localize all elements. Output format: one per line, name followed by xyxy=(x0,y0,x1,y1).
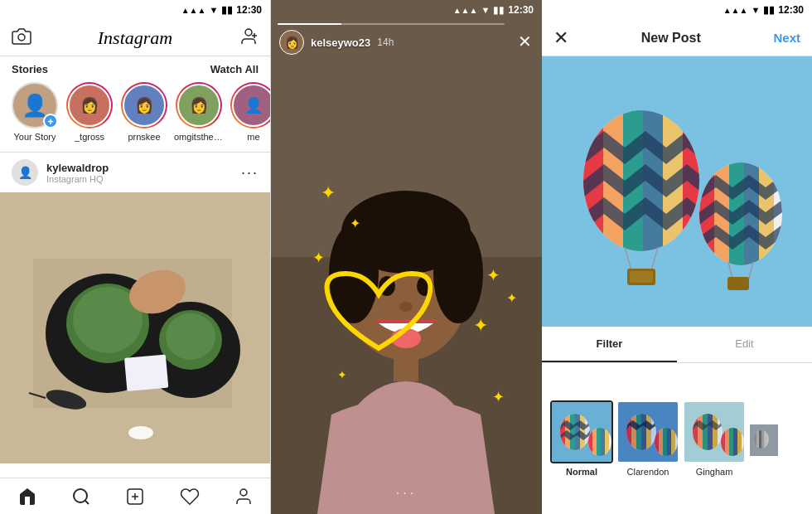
coffee-svg xyxy=(0,192,271,463)
tab-edit[interactable]: Edit xyxy=(677,327,812,362)
balloon-main-svg xyxy=(542,56,812,327)
filter-item-gingham[interactable]: Gingham xyxy=(681,400,747,477)
newpost-header: ✕ New Post Next xyxy=(542,20,812,56)
post-user-info: 👤 kylewaldrop Instagram HQ xyxy=(12,159,109,186)
newpost-status-icons: ▲▲▲ ▼ ▮▮ 12:30 xyxy=(723,4,804,16)
svg-rect-77 xyxy=(601,428,605,456)
newpost-signal-icon: ▲▲▲ xyxy=(723,6,748,15)
feed-status-bar: ▲▲▲ ▼ ▮▮ 12:30 xyxy=(0,0,270,20)
sparkle-7: ✦ xyxy=(337,368,347,381)
story-viewer-panel: ✦ ✦ ✦ ✦ ✦ ✦ ✦ ✦ ▲▲▲ ▼ ▮▮ 12:30 👩 kelseyw… xyxy=(271,0,542,514)
svg-line-21 xyxy=(85,500,89,503)
story-viewer-avatar: 👩 xyxy=(279,30,304,55)
post-more-button[interactable]: ··· xyxy=(241,164,259,182)
nav-heart-button[interactable] xyxy=(173,480,206,513)
newpost-time: 12:30 xyxy=(778,4,804,16)
story-item-omgitstheash[interactable]: 👩 omgitstheash xyxy=(176,82,222,142)
nav-search-button[interactable] xyxy=(65,480,98,513)
filter-thumb-clarendon[interactable] xyxy=(616,400,679,463)
filter-item-normal[interactable]: Normal xyxy=(549,400,615,477)
post-user-avatar[interactable]: 👤 xyxy=(12,159,38,186)
svg-rect-119 xyxy=(759,430,761,449)
svg-rect-121 xyxy=(764,430,766,449)
story-avatar-tgross[interactable]: 👩 xyxy=(66,82,113,128)
filter-thumb-moon[interactable] xyxy=(748,407,780,470)
svg-point-19 xyxy=(128,426,153,439)
svg-rect-69 xyxy=(570,414,575,450)
story-item-your-story[interactable]: 👤 + Your Story xyxy=(12,82,58,142)
story-battery-icon: ▮▮ xyxy=(493,4,505,16)
story-item-me[interactable]: 👤 me xyxy=(230,82,270,142)
filter-thumbnails-row: Normal xyxy=(542,363,812,514)
nav-add-button[interactable] xyxy=(118,480,152,513)
story-close-button[interactable]: ✕ xyxy=(518,32,532,51)
svg-rect-118 xyxy=(756,430,759,449)
story-avatar-me[interactable]: 👤 xyxy=(230,82,270,128)
stories-section: Stories Watch All 👤 + Your Story 👩 _tgr xyxy=(0,56,270,153)
svg-point-0 xyxy=(18,34,25,41)
filter-tabs: Filter Edit xyxy=(542,327,812,363)
story-progress-bar xyxy=(278,23,505,25)
post-user-details: kylewaldrop Instagram HQ xyxy=(46,162,109,184)
newpost-status-bar: ▲▲▲ ▼ ▮▮ 12:30 xyxy=(542,0,812,20)
story-avatar-prnskee[interactable]: 👩 xyxy=(121,82,167,128)
nav-profile-button[interactable] xyxy=(227,480,260,513)
story-more-dots[interactable]: ··· xyxy=(396,486,417,501)
story-avatar-omgitstheash[interactable]: 👩 xyxy=(176,82,222,128)
svg-point-1 xyxy=(245,29,252,36)
your-story-avatar[interactable]: 👤 + xyxy=(12,82,58,128)
camera-button[interactable] xyxy=(12,27,31,50)
newpost-next-button[interactable]: Next xyxy=(773,31,800,45)
story-item-tgross[interactable]: 👩 _tgross xyxy=(66,82,113,142)
svg-point-25 xyxy=(240,489,247,496)
newpost-title: New Post xyxy=(641,31,701,46)
svg-rect-112 xyxy=(684,402,746,463)
bottom-nav xyxy=(0,478,271,514)
sparkle-5: ✦ xyxy=(506,290,517,306)
filter-item-clarendon[interactable]: Clarendon xyxy=(615,400,681,477)
story-status-bar: ▲▲▲ ▼ ▮▮ 12:30 xyxy=(271,0,542,20)
instagram-logo: Instagram xyxy=(98,20,172,56)
newpost-battery-icon: ▮▮ xyxy=(763,4,775,16)
filter-item-moon[interactable] xyxy=(747,407,781,470)
add-user-button[interactable] xyxy=(239,27,259,50)
feed-panel: ▲▲▲ ▼ ▮▮ 12:30 Instagram Sto xyxy=(0,0,271,514)
story-wifi-icon: ▼ xyxy=(481,5,490,15)
svg-rect-95 xyxy=(618,402,679,463)
filter-section: Filter Edit xyxy=(542,327,812,514)
newpost-wifi-icon: ▼ xyxy=(751,5,760,15)
stories-row: 👤 + Your Story 👩 _tgross 👩 xyxy=(0,82,270,148)
svg-point-20 xyxy=(74,489,87,502)
heart-doodle-svg xyxy=(312,257,445,365)
story-name-omgitstheash: omgitstheash xyxy=(174,132,224,142)
svg-rect-75 xyxy=(592,428,597,456)
stories-label: Stories xyxy=(12,63,48,75)
post-username: kylewaldrop xyxy=(46,162,109,174)
sparkle-3: ✦ xyxy=(312,249,325,267)
story-name-me: me xyxy=(247,132,259,142)
tab-filter[interactable]: Filter xyxy=(542,327,677,362)
svg-rect-18 xyxy=(124,355,168,391)
story-item-prnskee[interactable]: 👩 prnskee xyxy=(121,82,167,142)
post-user-subtitle: Instagram HQ xyxy=(46,174,109,184)
post-image xyxy=(0,192,271,463)
newpost-image xyxy=(542,56,812,327)
new-post-panel: ▲▲▲ ▼ ▮▮ 12:30 ✕ New Post Next xyxy=(542,0,812,514)
sparkle-2: ✦ xyxy=(350,216,360,231)
filter-thumb-normal[interactable] xyxy=(550,400,613,463)
sparkle-8: ✦ xyxy=(492,388,505,406)
filter-label-normal: Normal xyxy=(566,467,597,477)
filter-label-clarendon: Clarendon xyxy=(627,467,669,477)
sparkle-6: ✦ xyxy=(473,315,488,337)
nav-home-button[interactable] xyxy=(11,480,44,513)
story-time: 12:30 xyxy=(508,4,534,16)
filter-thumb-gingham[interactable] xyxy=(683,400,746,463)
coffee-image-placeholder xyxy=(0,192,271,463)
newpost-close-button[interactable]: ✕ xyxy=(553,27,568,49)
signal-icon: ▲▲▲ xyxy=(181,6,206,15)
filter-label-gingham: Gingham xyxy=(696,467,733,477)
stories-header: Stories Watch All xyxy=(0,63,270,82)
watch-all-link[interactable]: Watch All xyxy=(210,63,259,75)
svg-point-14 xyxy=(166,313,215,360)
add-story-button[interactable]: + xyxy=(43,114,58,128)
